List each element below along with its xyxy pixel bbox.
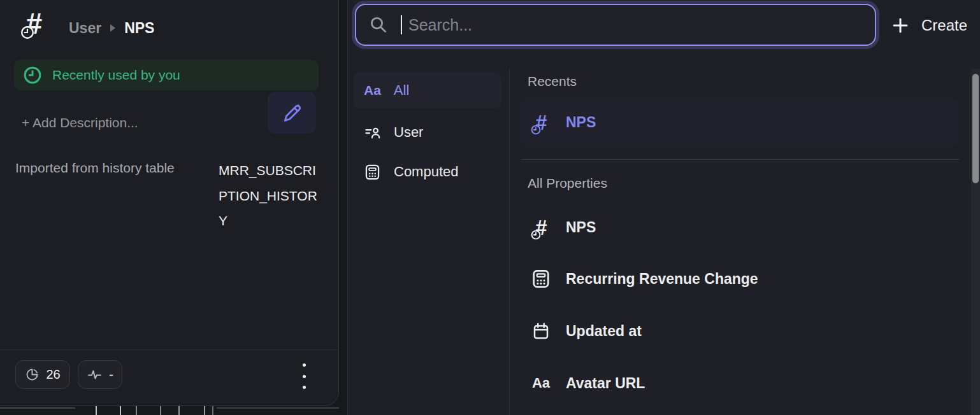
activity-value: -	[109, 367, 113, 382]
kebab-dot	[303, 386, 306, 389]
modal-column-divider	[509, 69, 510, 415]
panel-footer-divider	[0, 349, 339, 350]
icon-box	[529, 269, 553, 289]
pencil-icon	[280, 101, 304, 125]
edit-description-button[interactable]	[268, 92, 316, 134]
number-history-icon: #	[25, 9, 42, 38]
icon-box: #	[529, 217, 553, 238]
background-line	[0, 407, 75, 409]
tab-user[interactable]: User	[354, 115, 501, 150]
scrollbar-track[interactable]	[971, 69, 980, 415]
clock-icon	[531, 125, 541, 135]
pie-chart-icon	[25, 367, 40, 382]
calendar-icon	[531, 321, 551, 341]
recently-used-badge: Recently used by you	[14, 60, 319, 90]
recent-item-label: NPS	[566, 114, 596, 131]
create-button-label: Create	[921, 17, 967, 34]
icon-box: Aa	[529, 375, 553, 391]
property-search-modal	[347, 0, 980, 415]
more-options-button[interactable]	[299, 363, 308, 389]
tab-all[interactable]: Aa All	[354, 73, 501, 108]
calculator-icon	[531, 269, 551, 289]
number-history-icon: #	[535, 217, 547, 238]
breadcrumb-current: NPS	[124, 20, 154, 37]
breadcrumb-parent[interactable]: User	[69, 20, 101, 37]
icon-box: #	[529, 112, 553, 133]
results-divider	[521, 159, 960, 160]
scrollbar-thumb[interactable]	[972, 74, 979, 183]
plus-icon	[891, 16, 910, 35]
activity-button[interactable]: -	[78, 360, 122, 389]
activity-pulse-icon	[87, 367, 103, 383]
search-input[interactable]	[356, 5, 875, 45]
distribution-count: 26	[46, 367, 60, 382]
text-format-icon: Aa	[532, 375, 550, 391]
kebab-dot	[303, 375, 306, 378]
breadcrumb: User NPS	[69, 18, 154, 38]
text-format-icon: Aa	[364, 83, 381, 98]
kebab-dot	[303, 363, 306, 367]
recently-used-label: Recently used by you	[52, 67, 180, 83]
tab-computed[interactable]: Computed	[354, 154, 501, 190]
tab-user-label: User	[394, 124, 423, 141]
property-item-recurring-revenue-change[interactable]: Recurring Revenue Change	[521, 261, 960, 297]
property-item-label: Updated at	[566, 323, 642, 340]
imported-from-label: Imported from history table	[15, 160, 175, 176]
icon-box	[529, 321, 553, 341]
add-description-button[interactable]: + Add Description...	[22, 115, 138, 130]
clock-icon	[531, 230, 541, 240]
tab-all-label: All	[394, 82, 409, 99]
background-line	[217, 407, 339, 409]
calculator-icon	[364, 164, 381, 181]
property-item-label: NPS	[566, 219, 596, 236]
create-button[interactable]: Create	[891, 8, 980, 43]
app-root: # User NPS Recently used by you + Add De…	[0, 0, 980, 415]
clock-icon	[23, 66, 42, 85]
property-item-label: Recurring Revenue Change	[566, 271, 758, 288]
recents-section-title: Recents	[528, 74, 577, 89]
chevron-right-icon	[110, 24, 115, 32]
search-bar	[355, 4, 876, 46]
user-list-icon	[364, 124, 381, 141]
property-item-label: Avatar URL	[566, 375, 645, 392]
property-item-avatar-url[interactable]: Aa Avatar URL	[521, 365, 960, 401]
all-properties-section-title: All Properties	[528, 176, 607, 191]
property-item-updated-at[interactable]: Updated at	[521, 313, 960, 349]
property-item-nps[interactable]: # NPS	[521, 209, 960, 245]
tab-computed-label: Computed	[394, 164, 459, 180]
number-history-icon: #	[535, 112, 547, 133]
clock-icon	[20, 25, 34, 39]
recent-item-nps[interactable]: # NPS	[521, 98, 960, 146]
imported-table-value: MRR_SUBSCRIPTION_HISTORY	[219, 158, 321, 234]
distribution-count-button[interactable]: 26	[15, 360, 70, 389]
